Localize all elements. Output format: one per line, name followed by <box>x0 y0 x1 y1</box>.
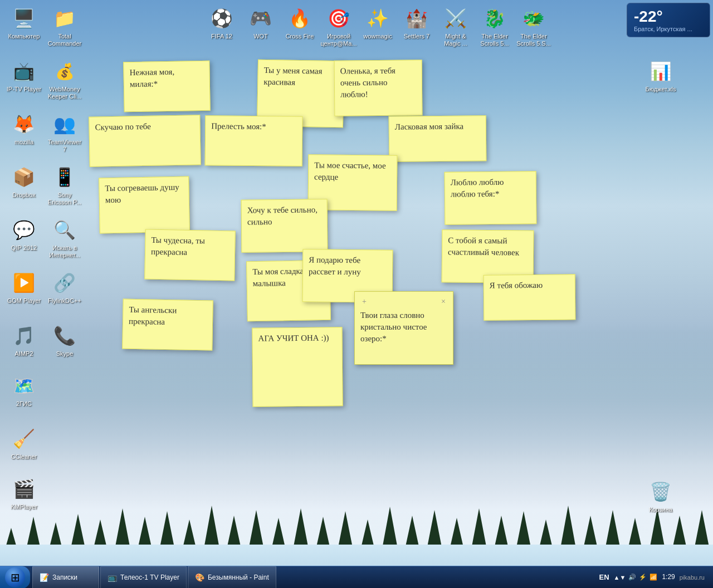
desktop-icon-2gis[interactable]: 🗺️ 2ГИС <box>3 370 45 410</box>
2gis-label: 2ГИС <box>16 400 32 408</box>
desktop-icon-teamviewer[interactable]: 👥 TeamViewer 7 <box>43 109 86 155</box>
desktop-icon-gaming[interactable]: 🎯 Игровой центр@Ma... <box>318 3 360 50</box>
iptv-icon: 📺 <box>11 58 37 85</box>
desktop-icon-webmoney[interactable]: 💰 WebMoney Keeper Cli... <box>43 56 86 102</box>
sticky-note-2-text: Ты у меня самая красивая <box>263 65 338 89</box>
desktop-icon-flylink[interactable]: 🔗 FlylinkDC++ <box>43 267 86 307</box>
desktop-icon-fifa[interactable]: ⚽ FIFA 12 <box>201 3 243 42</box>
sticky-note-4[interactable]: Скучаю по тебе <box>89 115 201 166</box>
sticky-note-11[interactable]: Хочу к тебе сильно, сильно <box>241 199 328 252</box>
sticky-note-16-text: Ты ангельски прекрасна <box>129 304 207 329</box>
desktop-icon-wowmagic[interactable]: ✨ wowmagic <box>356 3 399 42</box>
desktop-icon-wot[interactable]: 🎮 WOT <box>240 3 282 42</box>
desktop-icon-computer[interactable]: 🖥️ Компьютер <box>3 3 45 42</box>
taskbar-apps: 📝 Записки 📺 Телеос-1 TV Player 🎨 Безымян… <box>32 566 594 588</box>
start-orb: ⊞ <box>5 567 25 587</box>
taskbar-app-notes[interactable]: 📝 Записки <box>32 566 99 588</box>
settlers-icon: 🏰 <box>403 5 430 32</box>
crossfire-icon: 🔥 <box>286 5 313 32</box>
skype-label: Skype <box>56 350 74 357</box>
total-commander-icon: 📁 <box>51 5 78 32</box>
sticky-note-close-btn[interactable]: × <box>439 296 447 307</box>
sony-label: Sony Ericsson P... <box>46 192 84 206</box>
desktop-icon-dropbox[interactable]: 📦 Dropbox <box>3 161 45 201</box>
desktop-icon-aimp[interactable]: 🎵 AIMP2 <box>3 320 45 360</box>
budget-label: Бюджет.xls <box>645 86 676 93</box>
recycle-icon: 🗑️ <box>647 478 674 505</box>
desktop-icon-elder-scrolls-b[interactable]: 🐲 The Elder Scrolls 5.S... <box>512 3 555 50</box>
sticky-note-10[interactable]: Ты чудесна, ты прекрасна <box>144 229 236 281</box>
sticky-note-15[interactable]: Я тебя обожаю <box>484 274 576 320</box>
might-magic-label: Might & Magic ... <box>437 33 475 47</box>
desktop-icon-budget[interactable]: 📊 Бюджет.xls <box>639 56 682 95</box>
sticky-note-18-text: Твои глаза словно кристально чистое озер… <box>360 310 447 345</box>
system-clock[interactable]: 1:29 <box>662 573 675 582</box>
desktop-icon-kmp[interactable]: 🎬 KMPlayer <box>3 473 45 513</box>
desktop-icon-skype[interactable]: 📞 Skype <box>43 320 86 360</box>
sticky-note-4-text: Скучаю по тебе <box>95 120 194 133</box>
gaming-label: Игровой центр@Ma... <box>320 33 358 47</box>
flylink-icon: 🔗 <box>51 270 78 296</box>
desktop-icon-settlers[interactable]: 🏰 Settlers 7 <box>395 3 438 42</box>
sticky-note-5[interactable]: Прелесть моя:* <box>205 115 303 166</box>
budget-icon: 📊 <box>647 58 674 85</box>
sticky-note-14-text: Я подарю тебе рассвет и луну <box>309 254 387 278</box>
sticky-note-7-text: Ты согреваешь душу мою <box>105 182 183 206</box>
desktop-icon-search[interactable]: 🔍 Искать в Интернет... <box>43 214 86 261</box>
desktop-icon-elder-scrolls-a[interactable]: 🐉 The Elder Scrolls 5... <box>473 3 516 50</box>
tray-bluetooth-icon: 📶 <box>649 574 657 581</box>
teamviewer-icon: 👥 <box>51 111 78 138</box>
sticky-note-17[interactable]: АГА УЧИТ ОНА :)) <box>252 327 343 406</box>
ccleaner-icon: 🧹 <box>11 425 37 452</box>
sticky-note-3[interactable]: Оленька, я тебя очень сильно люблю! <box>334 60 423 116</box>
taskbar-app-paint[interactable]: 🎨 Безымянный - Paint <box>188 566 276 588</box>
taskbar-app-telecos[interactable]: 📺 Телеос-1 TV Player <box>100 566 187 588</box>
desktop-icon-crossfire[interactable]: 🔥 Cross Fire <box>279 3 321 42</box>
search-icon: 🔍 <box>51 217 78 243</box>
desktop-icon-ccleaner[interactable]: 🧹 CCleaner <box>3 423 45 463</box>
iptv-label: IP-TV Player <box>7 86 41 93</box>
desktop-icon-sony[interactable]: 📱 Sony Ericsson P... <box>43 161 86 208</box>
fifa-icon: ⚽ <box>208 5 235 32</box>
sticky-note-9[interactable]: Люблю люблю люблю тебя:* <box>445 171 537 224</box>
computer-icon: 🖥️ <box>11 5 37 32</box>
tray-sound-icon[interactable]: 🔊 <box>628 574 636 581</box>
telecos-taskbar-icon: 📺 <box>108 573 117 582</box>
weather-location: Братск, Иркутская ... <box>634 26 703 32</box>
crossfire-label: Cross Fire <box>286 33 314 40</box>
desktop-icon-total-commander[interactable]: 📁 Total Commander <box>43 3 86 50</box>
sticky-note-16[interactable]: Ты ангельски прекрасна <box>122 299 213 351</box>
desktop-icon-recycle[interactable]: 🗑️ Корзина <box>639 476 682 516</box>
sticky-note-1-text: Нежная моя, милая:* <box>129 66 204 90</box>
desktop-icon-qip[interactable]: 💬 QIP 2012 <box>3 214 45 254</box>
desktop-icon-iptv[interactable]: 📺 IP-TV Player <box>3 56 45 95</box>
weather-widget[interactable]: -22° Братск, Иркутская ... <box>627 3 710 37</box>
sticky-note-1[interactable]: Нежная моя, милая:* <box>123 61 211 112</box>
desktop-icon-might-magic[interactable]: ⚔️ Might & Magic ... <box>434 3 477 50</box>
telecos-taskbar-label: Телеос-1 TV Player <box>120 574 179 581</box>
aimp-icon: 🎵 <box>11 322 37 349</box>
teamviewer-label: TeamViewer 7 <box>46 139 84 153</box>
skype-icon: 📞 <box>51 322 78 349</box>
paint-taskbar-label: Безымянный - Paint <box>208 574 269 581</box>
tray-icons: ▲▼ 🔊 ⚡ 📶 <box>614 574 658 581</box>
might-magic-icon: ⚔️ <box>442 5 469 32</box>
paint-taskbar-icon: 🎨 <box>195 573 204 582</box>
sticky-note-add-btn[interactable]: + <box>360 296 368 307</box>
desktop-icon-gom[interactable]: ▶️ GOM Player <box>3 267 45 307</box>
sticky-note-6[interactable]: Ласковая моя зайка <box>389 115 487 162</box>
webmoney-icon: 💰 <box>51 58 78 85</box>
kmp-label: KMPlayer <box>11 503 37 511</box>
sticky-note-18[interactable]: + × Твои глаза словно кристально чистое … <box>354 291 453 365</box>
language-indicator[interactable]: EN <box>599 573 609 581</box>
computer-label: Компьютер <box>8 33 40 40</box>
recycle-label: Корзина <box>649 506 672 513</box>
start-button[interactable]: ⊞ <box>0 566 30 589</box>
sticky-note-9-text: Люблю люблю люблю тебя:* <box>451 176 530 200</box>
search-label: Искать в Интернет... <box>46 244 84 259</box>
2gis-icon: 🗺️ <box>11 373 37 399</box>
sticky-note-7[interactable]: Ты согреваешь душу мою <box>99 177 190 234</box>
wot-label: WOT <box>253 33 268 40</box>
sticky-note-11-text: Хочу к тебе сильно, сильно <box>247 204 321 228</box>
desktop-icon-mozilla[interactable]: 🦊 mozilla <box>3 109 45 148</box>
